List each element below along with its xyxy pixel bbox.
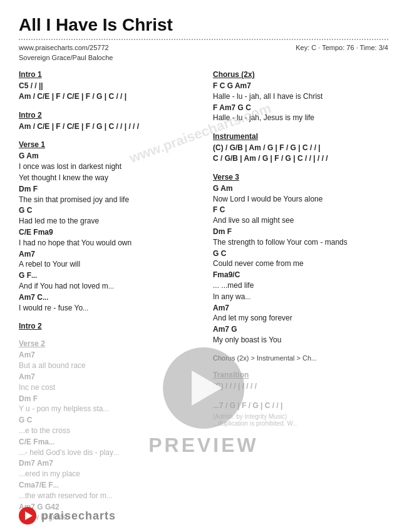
v1-c4: C/E Fma9 [19,227,194,238]
v2-c3: Dm F [19,394,194,404]
section-instrumental: Instrumental (C) / G/B | Am / G | F / G … [213,132,388,164]
v2-l3: Y u - pon my helpless sta... [19,404,194,414]
v1-c3: G C [19,205,194,216]
v2-c2: Am7 [19,372,194,382]
meta-url: www.praisecharts.com/25772 [19,44,109,51]
section-transition: Transition (C) / / / | / / / / [213,371,388,392]
section-intro2: Intro 2 Am / C/E | F / C/E | F / G | C /… [19,111,194,132]
footer-logo[interactable] [19,507,36,524]
v2-c4: G C [19,415,194,426]
v1-l4: Had led me to the grave [19,216,194,227]
v1-l7: And if You had not loved m... [19,281,194,292]
v1-c7: Am7 C... [19,292,194,303]
section-intro1: Intro 1 C5 / / || Am / C/E | F / C/E | F… [19,70,194,102]
intro2-title: Intro 2 [19,111,194,120]
page: All I Have Is Christ www.praisecharts.co… [0,0,407,532]
admin-text: (Admin. by Integrity Music) [213,413,388,420]
verse2-title: Verse 2 [19,339,194,348]
verse1-title: Verse 1 [19,140,194,149]
section-verse2: Verse 2 Am7 But a all bound race Am7 Inc… [19,339,194,523]
extra-l1: ...7 / G | F / G | C / / | [213,401,388,411]
section-verse3: Verse 3 G Am Now Lord I would be Yours a… [213,173,388,345]
v2-c6: Dm7 Am7 [19,458,194,469]
footer-play-icon [25,511,33,520]
divider [19,39,388,40]
v3-l4: Could never come from me [213,258,388,269]
content-area: Intro 1 C5 / / || Am / C/E | F / C/E | F… [19,70,388,531]
chorus-transition-label: Chorus (2x) > Instrumental > Ch... [213,354,388,362]
v1-c5: Am7 [19,249,194,260]
v2-l5: ...- held God's love dis - play... [19,448,194,458]
v1-c6: G F... [19,270,194,281]
verse3-title: Verse 3 [213,173,388,182]
v2-c1: Am7 [19,350,194,361]
intro2-line1: Am / C/E | F / C/E | F / G | C / / | / /… [19,121,194,132]
instrumental-title: Instrumental [213,132,388,141]
trans-l1: (C) / / / | / / / / [213,381,388,392]
section-chorus-transition: Chorus (2x) > Instrumental > Ch... [213,354,388,362]
intro1-line2: Am / C/E | F / C/E | F / G | C / / | [19,91,194,102]
ch-l2: Halle - lu - jah, Jesus is my life [213,113,388,123]
section-extra: ...7 / G | F / G | C / / | (Admin. by In… [213,401,388,427]
v1-c1: G Am [19,151,194,161]
footer: praisecharts [19,507,388,524]
v1-l1: I once was lost in darkest night [19,161,194,172]
v3-c5: Fma9/C [213,270,388,280]
v3-l7: And let my song forever [213,313,388,324]
v1-l8: I would re - fuse Yo... [19,303,194,314]
ch-c2: F Am7 G C [213,103,388,113]
v2-l7: ...the wrath reserved for m... [19,491,194,501]
v3-c3: Dm F [213,227,388,237]
page-title: All I Have Is Christ [19,15,388,35]
intro1-title: Intro 1 [19,70,194,79]
section-verse1: Verse 1 G Am I once was lost in darkest … [19,140,194,313]
v2-c5: C/E Fma... [19,437,194,448]
chorus-title: Chorus (2x) [213,70,388,79]
v3-c1: G Am [213,183,388,194]
v1-l2: Yet thought I knew the way [19,173,194,183]
meta-row: www.praisecharts.com/25772 Key: C · Temp… [19,44,388,51]
intro2b-title: Intro 2 [19,322,194,330]
v3-l6: In any wa... [213,292,388,302]
v3-l2: And live so all might see [213,215,388,226]
v1-l6: A rebel to Your will [19,259,194,270]
ch-c1: F C G Am7 [213,81,388,91]
v2-l4: ...e to the cross [19,426,194,436]
footer-brand: praisecharts [41,509,116,523]
v1-l3: The sin that promised joy and life [19,195,194,205]
inst-l1: (C) / G/B | Am / G | F / G | C / / | [213,143,388,153]
v3-l8: My only boast is You [213,335,388,345]
ch-l1: Halle - lu - jah, all I have is Christ [213,91,388,102]
v2-l6: ...ered in my place [19,469,194,479]
meta-key-tempo: Key: C · Tempo: 76 · Time: 3/4 [296,44,388,51]
section-chorus: Chorus (2x) F C G Am7 Halle - lu - jah, … [213,70,388,123]
v1-l5: I had no hope that You would own [19,238,194,248]
v2-l2: Inc ne cost [19,382,194,393]
inst-l2: C / G/B | Am / G | F / G | C / / | / / / [213,153,388,164]
v3-c4: G C [213,248,388,259]
v3-c7: Am7 G [213,324,388,335]
transition-title: Transition [213,371,388,379]
v1-c2: Dm F [19,184,194,195]
v3-l5: ... ...med life [213,280,388,291]
v2-c7: Cma7/E F... [19,480,194,491]
section-intro2b: Intro 2 [19,322,194,330]
right-column: Chorus (2x) F C G Am7 Halle - lu - jah, … [213,70,388,531]
v3-l1: Now Lord I would be Yours alone [213,194,388,205]
left-column: Intro 1 C5 / / || Am / C/E | F / C/E | F… [19,70,194,531]
copyright-text: ...duplication is prohibited. W... [213,420,388,427]
intro1-line1: C5 / / || [19,81,194,91]
v3-l3: The strength to follow Your com - mands [213,237,388,248]
v3-c2: F C [213,205,388,215]
v2-l1: But a all bound race [19,361,194,371]
v3-c6: Am7 [213,303,388,314]
meta-author: Sovereign Grace/Paul Baloche [19,54,388,61]
